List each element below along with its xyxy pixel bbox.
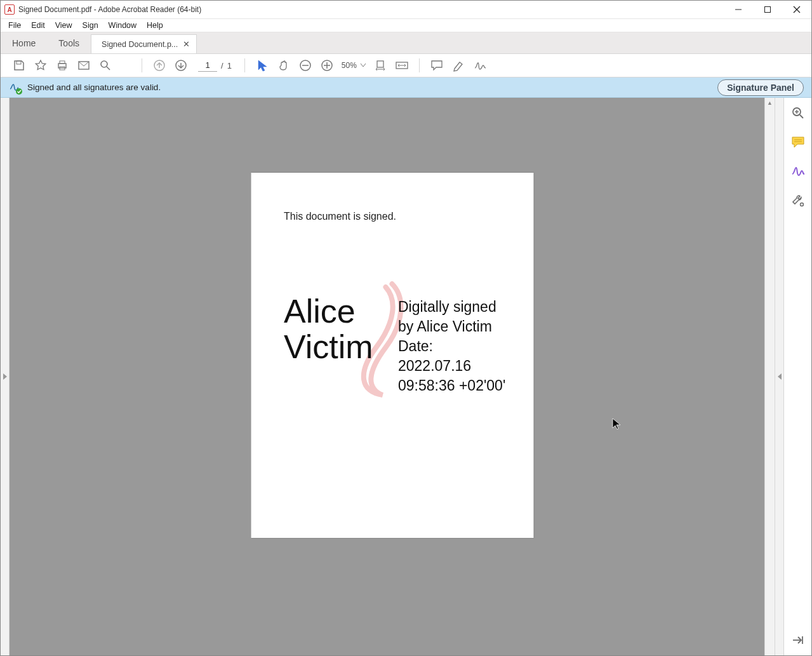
document-viewport[interactable]: This document is signed. Alice Victim Di…	[10, 98, 775, 655]
pdf-page: This document is signed. Alice Victim Di…	[251, 173, 533, 538]
scroll-up-icon[interactable]: ▲	[765, 98, 775, 108]
svg-rect-1	[765, 7, 771, 13]
signature-detail-line: by Alice Victim	[398, 317, 505, 337]
right-tools-rail	[783, 98, 811, 655]
comment-icon[interactable]	[426, 57, 448, 74]
svg-line-24	[800, 115, 803, 118]
fit-page-icon[interactable]	[391, 57, 413, 74]
zoom-level-select[interactable]: 50%	[342, 61, 366, 70]
svg-rect-18	[377, 61, 383, 67]
signature-detail-line: 09:58:36 +02'00'	[398, 376, 505, 396]
window-maximize-button[interactable]	[753, 1, 782, 19]
signature-detail-line: Digitally signed	[398, 297, 505, 317]
find-icon[interactable]	[95, 57, 116, 74]
signature-status-banner: Signed and all signatures are valid. Sig…	[1, 77, 811, 98]
vertical-scrollbar[interactable]: ▲	[764, 98, 775, 655]
menu-sign[interactable]: Sign	[77, 20, 103, 31]
tab-home[interactable]: Home	[1, 32, 47, 53]
window-close-button[interactable]	[782, 1, 811, 19]
search-zoom-icon[interactable]	[789, 104, 807, 122]
sign-icon[interactable]	[469, 57, 491, 74]
fit-width-icon[interactable]	[369, 57, 391, 74]
page-up-icon[interactable]	[149, 57, 170, 74]
menubar: File Edit View Sign Window Help	[1, 19, 811, 32]
zoom-in-icon[interactable]	[316, 57, 338, 74]
workspace: This document is signed. Alice Victim Di…	[1, 98, 811, 655]
window-minimize-button[interactable]	[724, 1, 753, 19]
tab-document-label: Signed Document.p...	[102, 40, 178, 49]
toolbar-separator	[419, 58, 420, 72]
svg-line-10	[107, 67, 110, 70]
toolbar: / 1 50%	[1, 54, 811, 77]
toolbar-separator	[142, 58, 142, 72]
page-total: 1	[227, 61, 232, 70]
signature-details: Digitally signed by Alice Victim Date: 2…	[398, 297, 505, 396]
tabs-bar: Home Tools Signed Document.p... ✕	[1, 32, 811, 54]
star-icon[interactable]	[30, 57, 51, 74]
selection-arrow-icon[interactable]	[251, 57, 273, 74]
menu-help[interactable]: Help	[142, 20, 168, 31]
page-indicator: / 1	[198, 59, 232, 72]
menu-edit[interactable]: Edit	[26, 20, 50, 31]
tab-tools[interactable]: Tools	[47, 32, 91, 53]
print-icon[interactable]	[51, 57, 73, 74]
tab-close-icon[interactable]: ✕	[183, 39, 190, 49]
menu-view[interactable]: View	[50, 20, 77, 31]
menu-file[interactable]: File	[3, 20, 26, 31]
app-window: A Signed Document.pdf - Adobe Acrobat Re…	[0, 0, 812, 656]
sticky-note-icon[interactable]	[789, 133, 807, 151]
signer-name-line: Alice Victim	[284, 293, 373, 365]
zoom-out-icon[interactable]	[295, 57, 316, 74]
left-panel-toggle[interactable]	[1, 98, 10, 655]
mouse-cursor-icon	[612, 418, 621, 431]
highlight-icon[interactable]	[448, 57, 469, 74]
signature-panel-button[interactable]: Signature Panel	[717, 79, 804, 96]
zoom-level-label: 50%	[342, 61, 357, 70]
more-tools-icon[interactable]	[789, 192, 807, 210]
signature-field[interactable]: Alice Victim Digitally signed by Alice V…	[284, 293, 514, 420]
expand-tools-icon[interactable]	[789, 631, 807, 649]
window-title: Signed Document.pdf - Adobe Acrobat Read…	[18, 5, 201, 14]
page-down-icon[interactable]	[170, 57, 192, 74]
signer-name: Alice Victim	[284, 293, 373, 365]
toolbar-separator	[244, 58, 245, 72]
document-body-text: This document is signed.	[284, 211, 396, 222]
signature-detail-line: 2022.07.16	[398, 356, 505, 376]
signature-valid-icon	[8, 81, 21, 94]
chevron-down-icon	[361, 64, 366, 67]
page-current-input[interactable]	[198, 59, 217, 72]
page-separator: /	[221, 61, 223, 70]
save-icon[interactable]	[8, 57, 30, 74]
titlebar: A Signed Document.pdf - Adobe Acrobat Re…	[1, 1, 811, 19]
fill-sign-icon[interactable]	[789, 163, 807, 180]
signature-detail-line: Date:	[398, 337, 505, 356]
signature-status-message: Signed and all signatures are valid.	[27, 83, 717, 92]
right-panel-toggle[interactable]	[775, 98, 783, 655]
menu-window[interactable]: Window	[103, 20, 142, 31]
svg-point-9	[101, 61, 107, 67]
tab-document-active[interactable]: Signed Document.p... ✕	[91, 34, 197, 53]
svg-point-20	[16, 88, 22, 95]
hand-tool-icon[interactable]	[273, 57, 295, 74]
app-icon: A	[4, 4, 15, 15]
mail-icon[interactable]	[73, 57, 95, 74]
